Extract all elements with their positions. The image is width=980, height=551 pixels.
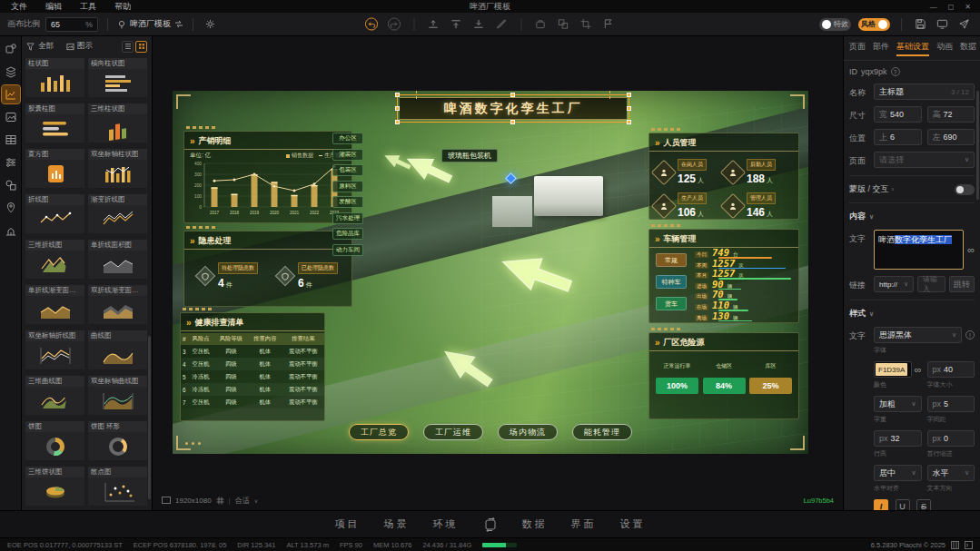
style-section-header[interactable]: 样式 [849, 308, 975, 320]
help-icon[interactable]: ? [891, 67, 900, 76]
widget-card-scatter[interactable]: 散点图 [88, 467, 147, 506]
table-row[interactable]: 3空压机四级机体震动不平衡 [181, 345, 324, 358]
top-input[interactable]: 上6 [874, 129, 922, 145]
widget-card-line3d[interactable]: 三维折线图 [25, 240, 84, 279]
link-protocol-select[interactable]: http:// [874, 276, 914, 292]
font-weight-select[interactable]: 加粗 [874, 396, 922, 412]
view-label-group[interactable]: 图示 [66, 41, 93, 52]
redo-icon[interactable] [387, 17, 401, 32]
undo-icon[interactable] [364, 17, 379, 32]
left-input[interactable]: 左690 [927, 129, 975, 145]
zone-tag[interactable]: 发酵区 [332, 196, 363, 208]
scene-nav-button[interactable]: 工厂运维 [423, 424, 483, 440]
marker-pin-icon[interactable] [2, 199, 20, 217]
widget-card-curve[interactable]: 曲线图 [88, 330, 147, 369]
menu-file[interactable]: 文件 [11, 1, 27, 13]
menu-tools[interactable]: 工具 [80, 1, 96, 13]
height-input[interactable]: 高72 [927, 106, 975, 123]
media-icon[interactable] [2, 108, 20, 126]
widget-card-donut[interactable]: 饼图 环形 [88, 421, 147, 460]
width-input[interactable]: 宽540 [874, 106, 922, 123]
zone-tag[interactable]: 危险品库 [332, 228, 363, 240]
group-icon[interactable] [556, 17, 570, 32]
status-console-icon[interactable] [965, 541, 973, 549]
zone-tag[interactable]: 原料区 [332, 181, 363, 192]
widget-card-pie3d[interactable]: 三维饼状图 [25, 467, 84, 506]
line-height-input[interactable]: px32 [874, 430, 922, 447]
template-selector[interactable]: 啤酒厂模板 [117, 18, 183, 30]
maximize-icon[interactable]: ◻ [948, 3, 955, 11]
grid-view-icon[interactable] [135, 41, 147, 53]
underline-button[interactable]: U [896, 499, 910, 510]
machine-label[interactable]: 玻璃瓶包装机 [441, 149, 498, 162]
grid-icon[interactable] [216, 497, 224, 505]
preview-monitor-icon[interactable] [935, 17, 949, 32]
save-icon[interactable] [913, 17, 927, 32]
properties-tab[interactable]: 动画 [936, 41, 953, 56]
mask-toggle[interactable] [955, 184, 975, 195]
widget-card-area[interactable]: 单折线面积图 [88, 240, 147, 279]
widget-scrollbar[interactable] [148, 336, 151, 499]
vehicle-tag-button[interactable]: 常规 [656, 253, 687, 267]
font-size-input[interactable]: px40 [927, 361, 975, 378]
style-toggle[interactable]: 风格 [858, 18, 890, 31]
export-up-icon[interactable] [426, 17, 441, 32]
bottom-tab-5[interactable]: 界面 [571, 517, 597, 531]
status-grid-icon[interactable] [951, 541, 959, 549]
scene-nav-button[interactable]: 场内物流 [498, 424, 558, 440]
widget-card-capsule[interactable]: 胶囊柱图 [25, 103, 84, 143]
scene-nav-button[interactable]: 能耗管理 [572, 424, 632, 440]
export-scene-icon[interactable] [2, 221, 20, 240]
scene-canvas[interactable]: 啤酒数字化孪生工厂 产销明细 单位: 亿 销售数据生产数据 0100200300… [173, 91, 808, 454]
text-direction-select[interactable]: 水平 [927, 465, 975, 481]
strikethrough-button[interactable]: S [916, 499, 931, 510]
component-frame-icon[interactable] [533, 17, 548, 32]
properties-tab[interactable]: 数据 [960, 41, 976, 56]
name-input[interactable]: 主标题 3 / 12 [874, 84, 975, 100]
controls-icon[interactable] [2, 153, 20, 172]
link-jump-button[interactable]: 跳转 [949, 276, 975, 292]
layers-icon[interactable] [2, 63, 20, 81]
font-color-input[interactable]: F1D39A [874, 361, 912, 378]
components-icon[interactable] [2, 40, 20, 58]
bottom-tab-6[interactable]: 设置 [620, 517, 646, 531]
text-indent-input[interactable]: px0 [927, 430, 975, 447]
bottom-tab-3[interactable]: 环境 [433, 517, 459, 531]
table-row[interactable]: 6冷冻机四级机体震动不平衡 [181, 383, 324, 396]
properties-scrollbar[interactable] [976, 91, 979, 200]
bind-data-icon[interactable] [967, 244, 975, 255]
close-icon[interactable]: ✕ [965, 3, 971, 11]
filter-icon[interactable] [26, 43, 35, 51]
zone-tag[interactable]: 包装区 [332, 164, 363, 176]
table-icon[interactable] [2, 131, 20, 149]
widget-card-dualbars[interactable]: 双坐标轴柱状图 [88, 149, 147, 188]
widget-card-line[interactable]: 折线图 [25, 194, 84, 233]
minimize-icon[interactable]: ― [930, 3, 937, 11]
properties-tab[interactable]: 部件 [873, 41, 889, 56]
widget-card-curve3d[interactable]: 三维曲线图 [25, 376, 84, 415]
zone-tag[interactable]: 污水处理 [332, 212, 363, 224]
page-select[interactable]: 请选择 [874, 152, 975, 168]
letter-spacing-input[interactable]: px5 [927, 396, 975, 412]
zone-tag[interactable]: 灌装区 [332, 149, 363, 161]
vehicle-tag-button[interactable]: 货车 [656, 297, 687, 310]
charts-icon[interactable] [2, 85, 20, 103]
menu-edit[interactable]: 编辑 [45, 1, 62, 13]
link-url-input[interactable]: 请输入 [917, 276, 945, 292]
info-icon[interactable]: ! [965, 330, 975, 339]
measure-icon[interactable] [494, 17, 509, 32]
effects-toggle[interactable]: 特效 [819, 18, 851, 31]
flag-icon[interactable] [601, 17, 616, 32]
widget-card-dualline[interactable]: 双坐标轴折线图 [25, 330, 84, 369]
horizontal-align-select[interactable]: 居中 [874, 465, 922, 481]
widget-card-hbars[interactable]: 横向柱状图 [88, 58, 147, 97]
zone-tag[interactable]: 动力车间 [332, 244, 363, 256]
filter-all-dropdown[interactable]: 全部 [38, 41, 54, 52]
widget-card-dualcurve[interactable]: 双坐标轴曲线图 [88, 376, 147, 415]
view-switch-icon[interactable] [482, 517, 499, 533]
italic-button[interactable]: I [874, 499, 888, 510]
zone-tag[interactable]: 办公区 [332, 133, 363, 144]
vehicle-tag-button[interactable]: 特种车 [656, 275, 687, 289]
swap-icon[interactable] [174, 20, 183, 28]
publish-icon[interactable] [956, 17, 971, 32]
